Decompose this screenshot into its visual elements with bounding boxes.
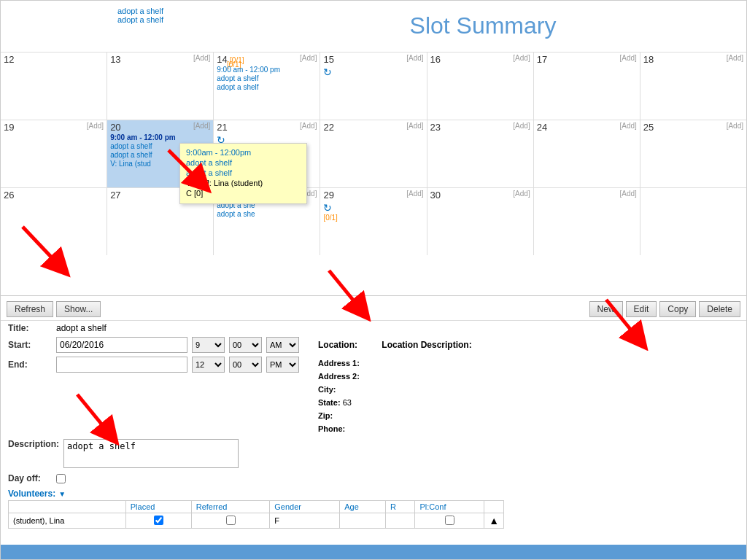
- state-label: State:: [318, 398, 341, 407]
- vol-referred-1: [191, 513, 270, 529]
- start-ampm-select[interactable]: AM PM: [266, 337, 299, 353]
- location-label: Location:: [318, 340, 357, 350]
- cal-event-14-3[interactable]: adopt a shelf: [217, 83, 317, 91]
- volunteer-row-1: (student), Lina F ▲: [9, 513, 504, 529]
- cal-event-14-2[interactable]: adopt a shelf: [217, 74, 317, 82]
- vol-col-plconf: Pl:Conf: [415, 501, 484, 513]
- copy-button[interactable]: Copy: [659, 301, 696, 317]
- cal-day-18: [Add] 18: [640, 52, 746, 120]
- app-container: Slot Summary adopt a shelf adopt a shelf…: [0, 0, 747, 560]
- address2-label: Address 2:: [318, 372, 360, 381]
- vol-plconf-1: [415, 513, 484, 529]
- volunteers-table-wrapper: Placed Referred Gender Age R Pl:Conf (st…: [8, 499, 504, 529]
- vol-col-r: R: [386, 501, 415, 513]
- dayoff-row: Day off:: [8, 473, 739, 483]
- end-label: End:: [8, 359, 52, 370]
- vol-col-gender: Gender: [270, 501, 340, 513]
- title-row: Title: adopt a shelf: [8, 323, 739, 333]
- tooltip-line1: adopt a shelf: [186, 158, 301, 167]
- dayoff-checkbox[interactable]: [56, 474, 66, 483]
- page-title: Slot Summary: [220, 7, 746, 42]
- city-label: City:: [318, 385, 336, 394]
- vol-referred-checkbox-1[interactable]: [226, 516, 236, 525]
- cal-event-28-2[interactable]: adopt a she: [217, 210, 317, 218]
- description-row: Description: adopt a shelf: [8, 439, 739, 468]
- vol-col-name: [9, 501, 126, 513]
- cal-day-14: [Add] 14 [0/1] 9:00 am - 12:00 pm adopt …: [214, 52, 320, 120]
- vol-r-1: [386, 513, 415, 529]
- event-tooltip: 9:00am - 12:00pm adopt a shelf adopt a s…: [179, 143, 307, 204]
- toolbar: Refresh Show... New Edit Copy Delete: [1, 298, 746, 321]
- description-label: Description:: [8, 439, 59, 449]
- scroll-up-icon[interactable]: ▲: [489, 515, 499, 526]
- tooltip-cancel: C [0]: [186, 189, 301, 198]
- cal-event-20-time[interactable]: 9:00 am - 12:00 pm: [110, 133, 210, 141]
- start-hour-select[interactable]: 9: [192, 337, 225, 353]
- cal-day-29: [Add] 29 ↻ [0/1]: [320, 188, 427, 255]
- vol-col-age: Age: [340, 501, 386, 513]
- header-links: adopt a shelf adopt a shelf: [117, 7, 163, 24]
- title-value: adopt a shelf: [56, 323, 107, 333]
- end-ampm-select[interactable]: AM PM: [266, 357, 299, 373]
- tooltip-time: 9:00am - 12:00pm: [186, 148, 301, 157]
- location-desc-label: Location Description:: [382, 340, 471, 350]
- start-min-select[interactable]: 00: [229, 337, 262, 353]
- form-area: Title: adopt a shelf Start: 9 00 AM PM L…: [1, 319, 746, 537]
- cal-day-26: 26: [1, 188, 107, 255]
- state-value: 63: [343, 398, 352, 407]
- vol-placed-checkbox-1[interactable]: [154, 516, 163, 525]
- cal-day-empty: [640, 188, 746, 255]
- zip-label: Zip:: [318, 411, 333, 420]
- calendar-week-2: [Add] 19 [Add] 20 9:00 am - 12:00 pm ado…: [1, 120, 746, 187]
- new-button[interactable]: New: [589, 301, 623, 317]
- end-group: End: 12 00 AM PM: [8, 357, 299, 373]
- volunteers-table: Placed Referred Gender Age R Pl:Conf (st…: [8, 500, 504, 529]
- end-location-row: End: 12 00 AM PM Address 1: Address: [8, 357, 739, 435]
- edit-button[interactable]: Edit: [626, 301, 657, 317]
- volunteers-header: Volunteers: ▼: [8, 489, 739, 499]
- calendar-week-1: 12 [Add] 13 [Add] 14 [0/1] 9:00 am - 12:…: [1, 52, 746, 120]
- refresh-icon-29[interactable]: ↻: [323, 202, 423, 214]
- location-details: Address 1: Address 2: City: State: 63 Zi…: [318, 357, 360, 435]
- end-row: End: 12 00 AM PM: [8, 357, 299, 373]
- cal-day-24: [Add] 24: [534, 120, 640, 187]
- volunteers-dropdown-icon[interactable]: ▼: [58, 490, 66, 498]
- description-textarea[interactable]: adopt a shelf: [63, 439, 239, 468]
- volunteers-section: Volunteers: ▼ Placed Referred Gender Age…: [8, 489, 739, 531]
- refresh-icon-15[interactable]: ↻: [323, 66, 423, 78]
- cal-day-13: [Add] 13: [107, 52, 214, 120]
- volunteers-label: Volunteers:: [8, 489, 55, 499]
- show-button[interactable]: Show...: [56, 301, 101, 317]
- end-min-select[interactable]: 00: [229, 357, 262, 373]
- calendar: Slot Summary adopt a shelf adopt a shelf…: [1, 1, 746, 296]
- vol-col-scroll: [484, 501, 504, 513]
- calendar-week-3: 26 [Add] 27 [Add] 28 :00 pm adopt a she …: [1, 187, 746, 255]
- cal-day-25: [Add] 25: [640, 120, 746, 187]
- header-link-2[interactable]: adopt a shelf: [117, 15, 163, 24]
- vol-name-1: (student), Lina: [9, 513, 126, 529]
- tooltip-line2: adopt a shelf: [186, 168, 301, 177]
- end-hour-select[interactable]: 12: [192, 357, 225, 373]
- vol-gender-1: F: [270, 513, 340, 529]
- cal-day-30: [Add] 30: [427, 188, 534, 255]
- vol-plconf-checkbox-1[interactable]: [445, 516, 454, 525]
- location-section: Location: Location Description:: [318, 340, 472, 350]
- tooltip-volunteer: V [1/1]: Lina (student): [186, 179, 301, 187]
- cal-day-31: [Add]: [534, 188, 640, 255]
- vol-age-1: [340, 513, 386, 529]
- phone-label: Phone:: [318, 424, 345, 433]
- calendar-grid: 12 [Add] 13 [Add] 14 [0/1] 9:00 am - 12:…: [1, 52, 746, 255]
- cal-day-22: [Add] 22: [320, 120, 427, 187]
- start-date-input[interactable]: [56, 337, 187, 353]
- delete-button[interactable]: Delete: [699, 301, 740, 317]
- cal-event-14-1[interactable]: 9:00 am - 12:00 pm: [217, 66, 317, 74]
- volunteers-header-row: Placed Referred Gender Age R Pl:Conf: [9, 501, 504, 513]
- cal-day-19: [Add] 19: [1, 120, 107, 187]
- vol-placed-1: [125, 513, 191, 529]
- dayoff-label: Day off:: [8, 473, 52, 483]
- header-link-1[interactable]: adopt a shelf: [117, 7, 163, 15]
- vol-col-placed: Placed: [125, 501, 191, 513]
- end-date-input[interactable]: [56, 357, 187, 373]
- cal-day-23: [Add] 23: [427, 120, 534, 187]
- refresh-button[interactable]: Refresh: [7, 301, 53, 317]
